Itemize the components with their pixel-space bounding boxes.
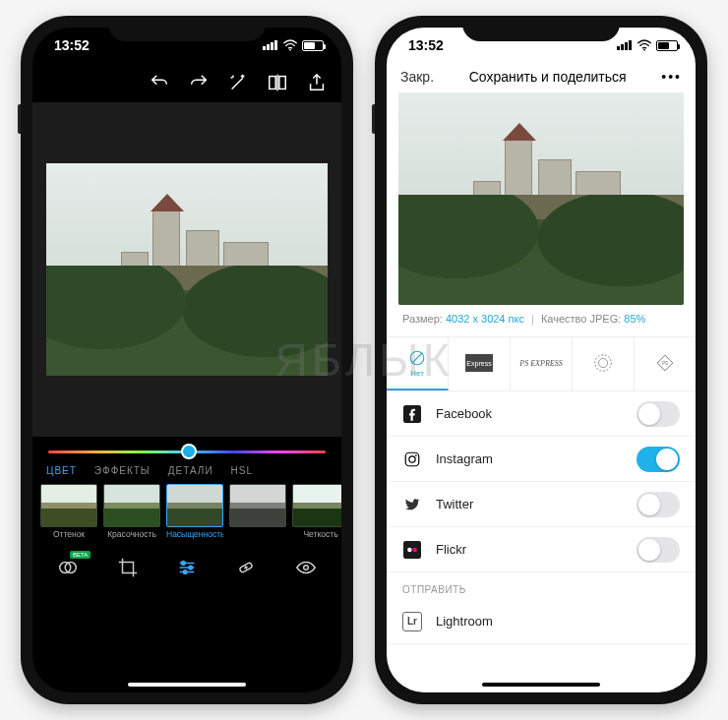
tab-effects[interactable]: ЭФФЕКТЫ	[94, 465, 151, 476]
share-row-flickr[interactable]: Flickr	[387, 527, 696, 572]
export-meta: Размер: 4032 x 3024 пкс | Качество JPEG:…	[398, 305, 684, 336]
watermark-diamond-icon: PS	[651, 354, 679, 372]
share-row-label: Lightroom	[436, 614, 493, 629]
redo-button[interactable]	[188, 72, 210, 93]
preset-strip[interactable]: Оттенок Красочность Насыщенность Четкост…	[32, 484, 341, 545]
edited-image	[46, 163, 328, 376]
share-button[interactable]	[306, 72, 328, 93]
preset-label: Четкость	[292, 529, 341, 539]
tab-details[interactable]: ДЕТАЛИ	[168, 465, 213, 476]
preset-item[interactable]	[229, 484, 286, 539]
svg-rect-20	[403, 541, 421, 559]
share-row-facebook[interactable]: Facebook	[387, 391, 696, 437]
svg-rect-1	[270, 77, 275, 90]
toggle-twitter[interactable]	[637, 492, 680, 517]
toggle-flickr[interactable]	[637, 537, 680, 563]
no-watermark-icon	[403, 349, 431, 367]
editor-toolbar	[32, 63, 341, 102]
editor-screen: 13:52	[32, 28, 341, 692]
tab-color[interactable]: ЦВЕТ	[46, 465, 77, 476]
size-value-link[interactable]: 4032 x 3024 пкс	[446, 313, 524, 325]
toggle-instagram[interactable]	[637, 447, 680, 472]
beta-badge: BETA	[70, 551, 91, 559]
watermark-style-2[interactable]: PS EXPRESS	[511, 337, 573, 390]
share-screen: 13:52 Закр. Сохранить и поделиться •••	[387, 28, 696, 692]
svg-text:PS: PS	[662, 361, 668, 366]
magic-wand-button[interactable]	[227, 72, 249, 93]
adjust-tabs: ЦВЕТ ЭФФЕКТЫ ДЕТАЛИ HSL	[32, 461, 341, 484]
svg-point-19	[415, 454, 417, 456]
svg-point-6	[189, 566, 193, 570]
share-preview[interactable]	[398, 92, 684, 305]
svg-rect-17	[405, 452, 419, 466]
status-time: 13:52	[408, 37, 444, 53]
notch	[462, 16, 620, 41]
share-row-lightroom[interactable]: Lr Lightroom	[387, 599, 696, 644]
svg-point-21	[407, 547, 412, 552]
svg-point-12	[595, 355, 612, 372]
svg-point-13	[598, 358, 607, 367]
watermark-seal-icon	[589, 354, 617, 372]
svg-point-5	[181, 562, 185, 566]
tool-eye-button[interactable]	[293, 555, 319, 580]
instagram-icon	[402, 450, 422, 469]
tool-heal-button[interactable]	[233, 555, 259, 580]
preset-item[interactable]: Насыщенность	[166, 484, 223, 539]
svg-rect-2	[279, 77, 285, 90]
wifi-icon	[282, 39, 298, 51]
preset-label: Насыщенность	[166, 529, 223, 539]
preset-label: Оттенок	[40, 529, 97, 539]
toggle-facebook[interactable]	[637, 401, 680, 427]
signal-icon	[263, 40, 278, 50]
svg-point-7	[183, 570, 187, 574]
tool-adjust-button[interactable]	[174, 555, 200, 580]
quality-label: Качество JPEG:	[541, 313, 621, 325]
hue-slider[interactable]	[48, 450, 326, 453]
watermark-row: Нет Express PS EXPRESS PS	[387, 336, 696, 391]
tab-hsl[interactable]: HSL	[231, 465, 253, 476]
svg-point-22	[412, 547, 417, 552]
watermark-style-4[interactable]: PS	[635, 337, 696, 390]
watermark-none[interactable]: Нет	[387, 337, 449, 390]
signal-icon	[617, 40, 633, 50]
tool-looks-button[interactable]: BETA	[55, 555, 81, 580]
send-section-label: ОТПРАВИТЬ	[387, 572, 696, 599]
hue-slider-knob[interactable]	[181, 444, 197, 459]
quality-value-link[interactable]: 85%	[624, 313, 645, 325]
phone-left: 13:52	[21, 16, 353, 704]
share-preview-wrap: Размер: 4032 x 3024 пкс | Качество JPEG:…	[387, 92, 696, 336]
compare-button[interactable]	[267, 72, 288, 93]
svg-point-0	[289, 49, 291, 51]
share-row-instagram[interactable]: Instagram	[387, 437, 696, 482]
preset-item[interactable]: Четкость	[292, 484, 341, 539]
home-indicator[interactable]	[482, 683, 600, 687]
preset-item[interactable]: Красочность	[103, 484, 160, 539]
hue-slider-wrap	[32, 437, 341, 461]
flickr-icon	[402, 540, 422, 560]
watermark-style-1[interactable]: Express	[449, 337, 511, 390]
watermark-style-3[interactable]	[573, 337, 635, 390]
share-row-label: Flickr	[436, 542, 466, 557]
svg-point-9	[303, 566, 308, 570]
undo-button[interactable]	[149, 72, 170, 93]
preset-item[interactable]: Оттенок	[40, 484, 97, 539]
svg-point-18	[409, 455, 415, 461]
more-button[interactable]: •••	[661, 69, 682, 85]
editor-canvas[interactable]	[32, 102, 341, 437]
tool-crop-button[interactable]	[115, 555, 141, 580]
share-row-twitter[interactable]: Twitter	[387, 482, 696, 527]
status-time: 13:52	[54, 37, 90, 53]
page-title: Сохранить и поделиться	[469, 69, 627, 85]
home-indicator[interactable]	[128, 683, 246, 687]
share-row-label: Twitter	[436, 497, 473, 511]
close-button[interactable]: Закр.	[400, 69, 434, 85]
share-header: Закр. Сохранить и поделиться •••	[387, 63, 696, 92]
battery-icon	[302, 40, 324, 51]
twitter-icon	[402, 495, 422, 514]
size-label: Размер:	[402, 313, 443, 325]
lightroom-icon: Lr	[402, 612, 422, 631]
social-list: Facebook Instagram Twitter	[387, 391, 696, 572]
watermark-label: Нет	[410, 369, 424, 378]
battery-icon	[656, 40, 678, 51]
phone-right: 13:52 Закр. Сохранить и поделиться •••	[375, 16, 707, 704]
